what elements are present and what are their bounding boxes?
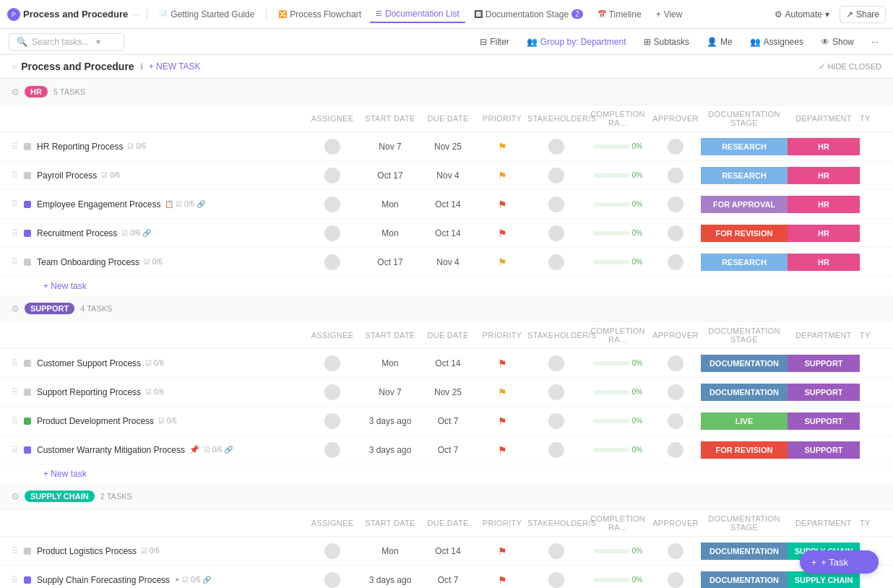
drag-handle[interactable]: ⠿ bbox=[12, 575, 18, 585]
task-assignee[interactable] bbox=[303, 254, 361, 270]
add-view-btn[interactable]: + View bbox=[650, 7, 689, 22]
supply-chain-section-bar: ⊙ SUPPLY CHAIN 2 TASKS bbox=[0, 483, 893, 510]
drag-handle[interactable]: ⠿ bbox=[12, 228, 18, 238]
task-stakeholder[interactable] bbox=[527, 442, 585, 458]
task-meta: ☑ 0/6 bbox=[158, 417, 177, 425]
task-assignee[interactable] bbox=[303, 139, 361, 155]
table-row[interactable]: ⠿ Product Development Process ☑ 0/6 3 da… bbox=[0, 407, 893, 436]
col-header-assignee: ASSIGNEE bbox=[303, 519, 361, 527]
support-new-task-btn[interactable]: + New task bbox=[0, 464, 893, 483]
task-stakeholder[interactable] bbox=[527, 413, 585, 429]
more-toolbar-btn[interactable]: ··· bbox=[866, 34, 884, 50]
automate-btn[interactable]: ⚙ Automate ▾ bbox=[767, 7, 837, 22]
search-box[interactable]: 🔍 Search tasks... ▾ bbox=[9, 33, 124, 51]
task-due-date: Oct 14 bbox=[419, 228, 477, 238]
task-approver[interactable] bbox=[650, 196, 701, 212]
filter-label: Filter bbox=[490, 37, 509, 47]
tab-timeline[interactable]: 📅 Timeline bbox=[592, 7, 647, 22]
task-assignee[interactable] bbox=[303, 196, 361, 212]
supply-toggle[interactable]: ⊙ bbox=[12, 491, 19, 501]
task-stakeholder[interactable] bbox=[527, 139, 585, 155]
floating-task-btn[interactable]: + + Task bbox=[800, 550, 879, 574]
new-task-header-btn[interactable]: + NEW TASK bbox=[149, 61, 201, 72]
task-stakeholder[interactable] bbox=[527, 225, 585, 241]
task-approver[interactable] bbox=[650, 543, 701, 559]
drag-handle[interactable]: ⠿ bbox=[12, 142, 18, 152]
task-due-date: Oct 14 bbox=[419, 546, 477, 556]
task-assignee[interactable] bbox=[303, 442, 361, 458]
task-approver[interactable] bbox=[650, 139, 701, 155]
task-stakeholder[interactable] bbox=[527, 254, 585, 270]
task-assignee[interactable] bbox=[303, 572, 361, 588]
task-due-date: Nov 25 bbox=[419, 142, 477, 152]
table-row[interactable]: ⠿ Product Logistics Process ☑ 0/6 Mon Oc… bbox=[0, 537, 893, 566]
table-row[interactable]: ⠿ HR Reporting Process ☑ 0/6 Nov 7 Nov 2… bbox=[0, 132, 893, 161]
dept-badge: HR bbox=[788, 225, 860, 242]
drag-handle[interactable]: ⠿ bbox=[12, 387, 18, 397]
tab-documentation-list[interactable]: ☰ Documentation List bbox=[370, 6, 465, 23]
hide-closed-btn[interactable]: ✓ HIDE CLOSED bbox=[819, 62, 881, 72]
table-row[interactable]: ⠿ Employee Engagement Process 📋 ☑ 0/6 🔗 … bbox=[0, 190, 893, 219]
table-row[interactable]: ⠿ Customer Support Process ☑ 0/6 Mon Oct… bbox=[0, 349, 893, 378]
task-approver[interactable] bbox=[650, 384, 701, 400]
task-approver[interactable] bbox=[650, 225, 701, 241]
table-row[interactable]: ⠿ Support Reporting Process ☑ 0/6 Nov 7 … bbox=[0, 378, 893, 407]
main-content: ○ Process and Procedure ℹ + NEW TASK ✓ H… bbox=[0, 55, 893, 588]
support-toggle[interactable]: ⊙ bbox=[12, 303, 19, 314]
tab-documentation-stage[interactable]: 🔲 Documentation Stage 2 bbox=[468, 7, 589, 22]
task-stakeholder[interactable] bbox=[527, 355, 585, 371]
task-stakeholder[interactable] bbox=[527, 572, 585, 588]
task-approver[interactable] bbox=[650, 355, 701, 371]
subtasks-btn[interactable]: ⊞ Subtasks bbox=[638, 34, 695, 50]
table-row[interactable]: ⠿ Recruitment Process ☑ 0/6 🔗 Mon Oct 14… bbox=[0, 219, 893, 248]
automate-chevron: ▾ bbox=[825, 9, 829, 20]
task-stakeholder[interactable] bbox=[527, 196, 585, 212]
task-stakeholder[interactable] bbox=[527, 543, 585, 559]
more-options-dots[interactable]: ··· bbox=[131, 9, 141, 20]
supply-badge: SUPPLY CHAIN bbox=[25, 490, 95, 502]
task-assignee[interactable] bbox=[303, 355, 361, 371]
task-assignee[interactable] bbox=[303, 413, 361, 429]
task-approver[interactable] bbox=[650, 413, 701, 429]
show-btn[interactable]: 👁 Show bbox=[815, 34, 860, 50]
table-row[interactable]: ⠿ Team Onboarding Process ☑ 0/6 Oct 17 N… bbox=[0, 248, 893, 277]
table-row[interactable]: ⠿ Supply Chain Forecasting Process ✦ ☑ 0… bbox=[0, 566, 893, 588]
task-assignee[interactable] bbox=[303, 384, 361, 400]
hr-new-task-btn[interactable]: + New task bbox=[0, 277, 893, 295]
task-color-dot bbox=[24, 389, 31, 396]
drag-handle[interactable]: ⠿ bbox=[12, 416, 18, 426]
drag-handle[interactable]: ⠿ bbox=[12, 358, 18, 368]
task-assignee[interactable] bbox=[303, 225, 361, 241]
group-by-btn[interactable]: 👥 Group by: Department bbox=[521, 34, 632, 50]
drag-handle[interactable]: ⠿ bbox=[12, 546, 18, 556]
filter-btn[interactable]: ⊟ Filter bbox=[474, 34, 515, 50]
avatar bbox=[324, 543, 340, 559]
drag-handle[interactable]: ⠿ bbox=[12, 170, 18, 181]
task-start-date: Mon bbox=[361, 228, 419, 238]
task-approver[interactable] bbox=[650, 168, 701, 183]
process-toggle-icon[interactable]: ○ bbox=[12, 61, 17, 72]
task-assignee[interactable] bbox=[303, 543, 361, 559]
share-btn[interactable]: ↗ Share bbox=[840, 6, 886, 23]
task-approver[interactable] bbox=[650, 442, 701, 458]
drag-handle[interactable]: ⠿ bbox=[12, 445, 18, 455]
completion-pct: 0% bbox=[632, 142, 642, 150]
task-approver[interactable] bbox=[650, 572, 701, 588]
task-start-date: Mon bbox=[361, 358, 419, 368]
hr-toggle[interactable]: ⊙ bbox=[12, 87, 19, 97]
table-row[interactable]: ⠿ Payroll Process ☑ 0/6 Oct 17 Nov 4 ⚑ 0… bbox=[0, 161, 893, 190]
task-stakeholder[interactable] bbox=[527, 168, 585, 183]
assignees-btn[interactable]: 👥 Assignees bbox=[744, 34, 809, 50]
me-btn[interactable]: 👤 Me bbox=[701, 34, 738, 50]
completion-pct: 0% bbox=[632, 547, 642, 555]
col-header-due: DUE DATE bbox=[419, 519, 477, 527]
tab-process-flowchart[interactable]: 🔀 Process Flowchart bbox=[272, 7, 367, 22]
drag-handle[interactable]: ⠿ bbox=[12, 257, 18, 267]
drag-handle[interactable]: ⠿ bbox=[12, 199, 18, 209]
tab-getting-started[interactable]: 📄 Getting Started Guide bbox=[153, 7, 260, 22]
task-float-label: + Task bbox=[821, 557, 848, 568]
task-approver[interactable] bbox=[650, 254, 701, 270]
task-assignee[interactable] bbox=[303, 168, 361, 183]
table-row[interactable]: ⠿ Customer Warranty Mitigation Process 📌… bbox=[0, 436, 893, 464]
task-stakeholder[interactable] bbox=[527, 384, 585, 400]
